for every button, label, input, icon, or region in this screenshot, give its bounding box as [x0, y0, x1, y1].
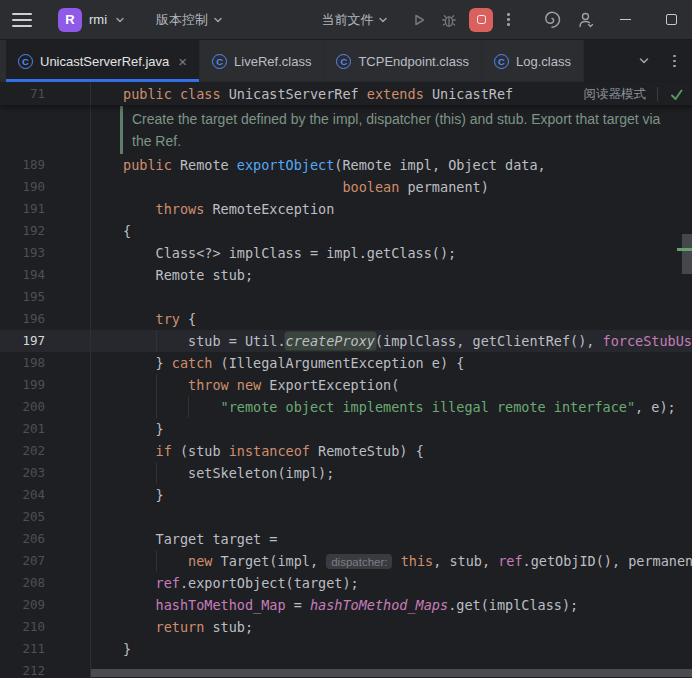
- minimize-button[interactable]: [614, 9, 636, 31]
- line-number[interactable]: 204: [0, 484, 90, 506]
- line-content: }: [90, 638, 131, 660]
- line-number[interactable]: 203: [0, 462, 90, 484]
- vcs-widget[interactable]: 版本控制: [156, 11, 224, 29]
- code-line-190[interactable]: 190 boolean permanent): [0, 176, 692, 198]
- line-number[interactable]: 201: [0, 418, 90, 440]
- code-lines: 189public Remote exportObject(Remote imp…: [0, 154, 692, 678]
- tab-LiveRef.class[interactable]: CLiveRef.class: [200, 40, 324, 82]
- divider: [657, 87, 658, 101]
- vertical-scrollbar-thumb[interactable]: [682, 234, 692, 274]
- debug-icon[interactable]: [437, 8, 461, 32]
- tab-TCPEndpoint.class[interactable]: CTCPEndpoint.class: [324, 40, 482, 82]
- error-stripe-current-line-marker[interactable]: [677, 248, 692, 251]
- code-line-198[interactable]: 198 } catch (IllegalArgumentException e)…: [0, 352, 692, 374]
- tab-UnicastServerRef.java[interactable]: CUnicastServerRef.java×: [6, 40, 200, 82]
- project-name: rmi: [89, 12, 107, 27]
- code-line-191[interactable]: 191 throws RemoteException: [0, 198, 692, 220]
- code-line-196[interactable]: 196 try {: [0, 308, 692, 330]
- stop-icon: [477, 15, 486, 24]
- code-line-203[interactable]: 203 setSkeleton(impl);: [0, 462, 692, 484]
- tab-label: TCPEndpoint.class: [358, 54, 469, 69]
- more-actions-icon[interactable]: [507, 13, 510, 26]
- code-line-201[interactable]: 201 }: [0, 418, 692, 440]
- code-line-207[interactable]: 207 new Target(impl, dispatcher: this, s…: [0, 550, 692, 572]
- project-widget[interactable]: R rmi: [58, 8, 126, 32]
- horizontal-scrollbar-thumb[interactable]: [91, 669, 692, 677]
- code-line-194[interactable]: 194 Remote stub;: [0, 264, 692, 286]
- line-content: Target target =: [90, 528, 277, 550]
- tab-options-icon[interactable]: [673, 55, 676, 68]
- line-number[interactable]: 206: [0, 528, 90, 550]
- horizontal-scrollbar[interactable]: [91, 668, 692, 678]
- code-line-189[interactable]: 189public Remote exportObject(Remote imp…: [0, 154, 692, 176]
- code-line-195[interactable]: 195: [0, 286, 692, 308]
- run-icon[interactable]: [407, 8, 431, 32]
- code-line-192[interactable]: 192{: [0, 220, 692, 242]
- code-line-202[interactable]: 202 if (stub instanceof RemoteStub) {: [0, 440, 692, 462]
- close-icon[interactable]: ×: [178, 54, 187, 69]
- line-content: try {: [90, 308, 196, 330]
- tab-bar-right: [584, 40, 692, 82]
- inspection-ok-icon[interactable]: [669, 87, 684, 102]
- code-line-197[interactable]: 197 stub = Util.createProxy(implClass, g…: [0, 330, 692, 352]
- maximize-button[interactable]: [660, 9, 682, 31]
- line-number[interactable]: 197: [0, 330, 90, 352]
- ide-window: R rmi 版本控制 当前文件: [0, 0, 692, 678]
- doc-comment: Create the target defined by the impl, d…: [120, 106, 692, 154]
- line-number[interactable]: 191: [0, 198, 90, 220]
- line-number[interactable]: 207: [0, 550, 90, 572]
- line-content: public Remote exportObject(Remote impl, …: [90, 154, 546, 176]
- class-icon: C: [336, 54, 351, 69]
- tab-label: UnicastServerRef.java: [40, 54, 169, 69]
- sticky-header-line[interactable]: 71 public class UnicastServerRef extends…: [0, 82, 692, 106]
- code-line-209[interactable]: 209 hashToMethod_Map = hashToMethod_Maps…: [0, 594, 692, 616]
- line-number[interactable]: 189: [0, 154, 90, 176]
- line-number[interactable]: 209: [0, 594, 90, 616]
- line-number[interactable]: 208: [0, 572, 90, 594]
- class-icon: C: [494, 54, 509, 69]
- code-editor[interactable]: Create the target defined by the impl, d…: [0, 106, 692, 678]
- line-number[interactable]: 211: [0, 638, 90, 660]
- line-number[interactable]: 199: [0, 374, 90, 396]
- minimize-icon: [620, 19, 631, 21]
- line-number[interactable]: 202: [0, 440, 90, 462]
- account-icon[interactable]: [574, 8, 598, 32]
- line-content: if (stub instanceof RemoteStub) {: [90, 440, 424, 462]
- line-content: } catch (IllegalArgumentException e) {: [90, 352, 464, 374]
- line-content: {: [90, 220, 131, 242]
- line-number[interactable]: 198: [0, 352, 90, 374]
- code-line-204[interactable]: 204 }: [0, 484, 692, 506]
- ai-assistant-icon[interactable]: [540, 8, 564, 32]
- class-icon: C: [212, 54, 227, 69]
- line-number[interactable]: 196: [0, 308, 90, 330]
- code-line-205[interactable]: 205: [0, 506, 692, 528]
- line-number[interactable]: 192: [0, 220, 90, 242]
- line-content: boolean permanent): [90, 176, 489, 198]
- line-number[interactable]: 212: [0, 660, 90, 678]
- code-line-208[interactable]: 208 ref.exportObject(target);: [0, 572, 692, 594]
- line-number[interactable]: 195: [0, 286, 90, 308]
- vcs-widget-label: 版本控制: [156, 11, 208, 29]
- line-number[interactable]: 210: [0, 616, 90, 638]
- main-menu-icon[interactable]: [12, 13, 32, 27]
- hidden-tabs-icon[interactable]: [637, 54, 651, 68]
- line-number[interactable]: 193: [0, 242, 90, 264]
- code-line-206[interactable]: 206 Target target =: [0, 528, 692, 550]
- line-number[interactable]: 205: [0, 506, 90, 528]
- run-configuration-widget[interactable]: 当前文件: [321, 11, 389, 29]
- tab-Log.class[interactable]: CLog.class: [482, 40, 584, 82]
- line-number[interactable]: 200: [0, 396, 90, 418]
- line-number[interactable]: 190: [0, 176, 90, 198]
- line-content: new Target(impl, dispatcher: this, stub,…: [90, 550, 692, 572]
- code-line-200[interactable]: 200 "remote object implements illegal re…: [0, 396, 692, 418]
- reader-mode-label[interactable]: 阅读器模式: [584, 86, 647, 103]
- line-content: stub = Util.createProxy(implClass, getCl…: [90, 330, 692, 352]
- code-line-211[interactable]: 211}: [0, 638, 692, 660]
- stop-button[interactable]: [469, 8, 493, 32]
- line-number[interactable]: 194: [0, 264, 90, 286]
- line-content: }: [90, 484, 164, 506]
- code-line-210[interactable]: 210 return stub;: [0, 616, 692, 638]
- chevron-down-icon: [377, 14, 389, 26]
- code-line-199[interactable]: 199 throw new ExportException(: [0, 374, 692, 396]
- code-line-193[interactable]: 193 Class<?> implClass = impl.getClass()…: [0, 242, 692, 264]
